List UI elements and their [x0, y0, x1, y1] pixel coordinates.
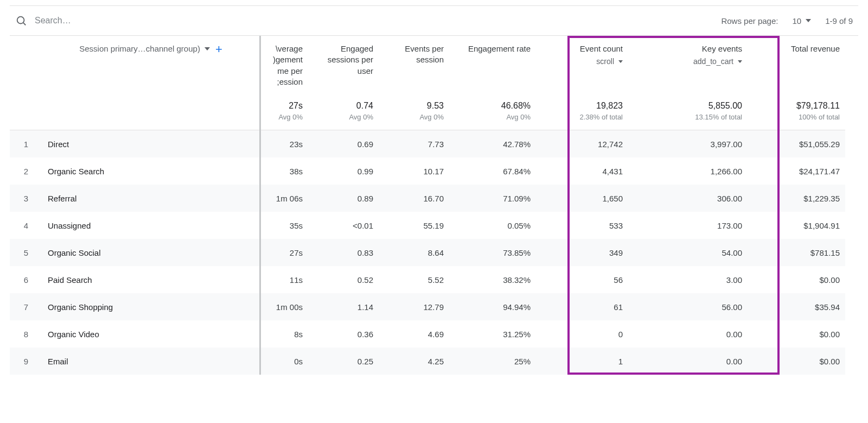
row-c9: $781.15 — [748, 239, 845, 266]
row-c6: 94.94% — [449, 293, 536, 320]
row-index: 3 — [10, 185, 42, 212]
summary-c9: $79,178.11100% of total — [748, 96, 845, 130]
row-c8: 0.00 — [628, 320, 748, 348]
row-channel-name[interactable]: Unassigned — [42, 212, 259, 239]
column-event-count-label: Event count — [580, 43, 623, 54]
row-index: 5 — [10, 239, 42, 266]
rows-per-page-select[interactable]: 10 — [792, 16, 811, 26]
row-index: 2 — [10, 157, 42, 185]
row-index: 1 — [10, 130, 42, 157]
caret-down-icon — [806, 19, 811, 22]
row-channel-name[interactable]: Referral — [42, 185, 259, 212]
row-c6: 42.78% — [449, 130, 536, 157]
row-channel-name[interactable]: Email — [42, 348, 259, 375]
rows-per-page-label: Rows per page: — [721, 16, 778, 26]
row-c9: $1,229.35 — [748, 185, 845, 212]
column-events-per-session[interactable]: Events per session — [379, 36, 449, 96]
row-channel-name[interactable]: Organic Video — [42, 320, 259, 348]
add-dimension-button[interactable]: + — [215, 43, 222, 55]
column-key-events-label: Key events — [702, 43, 742, 54]
caret-down-icon — [738, 60, 742, 63]
row-channel-name[interactable]: Paid Search — [42, 266, 259, 293]
row-c3: 1m 00s — [259, 293, 308, 320]
row-c8: 3,997.00 — [628, 130, 748, 157]
column-total-revenue[interactable]: Total revenue — [748, 36, 845, 96]
row-c6: 25% — [449, 348, 536, 375]
row-channel-name[interactable]: Organic Search — [42, 157, 259, 185]
dimension-selector[interactable]: Session primary…channel group) — [79, 43, 210, 54]
row-c9: $24,171.47 — [748, 157, 845, 185]
row-c7: 61 — [536, 293, 628, 320]
row-c5: 8.64 — [379, 239, 449, 266]
row-c6: 73.85% — [449, 239, 536, 266]
row-c4: 0.52 — [308, 266, 379, 293]
row-c9: $51,055.29 — [748, 130, 845, 157]
column-engaged-sessions-per-user-label: Engaged sessions per user — [314, 43, 373, 77]
row-channel-name[interactable]: Direct — [42, 130, 259, 157]
summary-c4: 0.74Avg 0% — [308, 96, 379, 130]
row-c6: 38.32% — [449, 266, 536, 293]
row-c3: 11s — [259, 266, 308, 293]
rows-per-page-value: 10 — [792, 16, 801, 26]
row-c5: 55.19 — [379, 212, 449, 239]
row-c9: $0.00 — [748, 320, 845, 348]
row-c6: 67.84% — [449, 157, 536, 185]
row-c4: 0.25 — [308, 348, 379, 375]
svg-line-1 — [23, 23, 25, 25]
row-c8: 56.00 — [628, 293, 748, 320]
row-index: 7 — [10, 293, 42, 320]
column-avg-engagement-time[interactable]: \verage )gement me per ;ession — [259, 36, 308, 96]
column-event-count: Event countscroll — [536, 36, 628, 96]
header-index — [10, 36, 42, 96]
row-c3: 38s — [259, 157, 308, 185]
row-c9: $1,904.91 — [748, 212, 845, 239]
row-c4: <0.01 — [308, 212, 379, 239]
row-c7: 56 — [536, 266, 628, 293]
row-c5: 16.70 — [379, 185, 449, 212]
summary-c6: 46.68%Avg 0% — [449, 96, 536, 130]
column-total-revenue-label: Total revenue — [791, 43, 840, 54]
row-c4: 1.14 — [308, 293, 379, 320]
column-key-events: Key eventsadd_to_cart — [628, 36, 748, 96]
row-c4: 0.83 — [308, 239, 379, 266]
row-c9: $0.00 — [748, 266, 845, 293]
row-c5: 4.69 — [379, 320, 449, 348]
summary-c5: 9.53Avg 0% — [379, 96, 449, 130]
row-c7: 12,742 — [536, 130, 628, 157]
row-c8: 54.00 — [628, 239, 748, 266]
caret-down-icon — [618, 60, 623, 63]
row-c8: 1,266.00 — [628, 157, 748, 185]
row-c4: 0.69 — [308, 130, 379, 157]
column-engagement-rate-label: Engagement rate — [468, 43, 531, 54]
row-c3: 27s — [259, 239, 308, 266]
row-c5: 10.17 — [379, 157, 449, 185]
row-c4: 0.89 — [308, 185, 379, 212]
search-icon — [15, 15, 27, 27]
row-c7: 0 — [536, 320, 628, 348]
row-channel-name[interactable]: Organic Social — [42, 239, 259, 266]
row-c3: 23s — [259, 130, 308, 157]
column-engagement-rate[interactable]: Engagement rate — [449, 36, 536, 96]
row-channel-name[interactable]: Organic Shopping — [42, 293, 259, 320]
row-index: 4 — [10, 212, 42, 239]
row-c5: 12.79 — [379, 293, 449, 320]
row-c7: 4,431 — [536, 157, 628, 185]
column-engaged-sessions-per-user[interactable]: Engaged sessions per user — [308, 36, 379, 96]
column-key-events-filter[interactable]: add_to_cart — [693, 56, 742, 67]
row-index: 8 — [10, 320, 42, 348]
row-c5: 7.73 — [379, 130, 449, 157]
column-event-count-filter[interactable]: scroll — [596, 56, 623, 67]
row-c3: 35s — [259, 212, 308, 239]
svg-point-0 — [17, 17, 24, 24]
summary-name — [42, 96, 259, 130]
row-c5: 4.25 — [379, 348, 449, 375]
row-c8: 0.00 — [628, 348, 748, 375]
row-c7: 533 — [536, 212, 628, 239]
search-input[interactable] — [35, 16, 197, 26]
row-c8: 306.00 — [628, 185, 748, 212]
row-c7: 349 — [536, 239, 628, 266]
pagination-range: 1-9 of 9 — [825, 16, 853, 26]
row-c6: 0.05% — [449, 212, 536, 239]
row-c9: $35.94 — [748, 293, 845, 320]
row-c7: 1,650 — [536, 185, 628, 212]
